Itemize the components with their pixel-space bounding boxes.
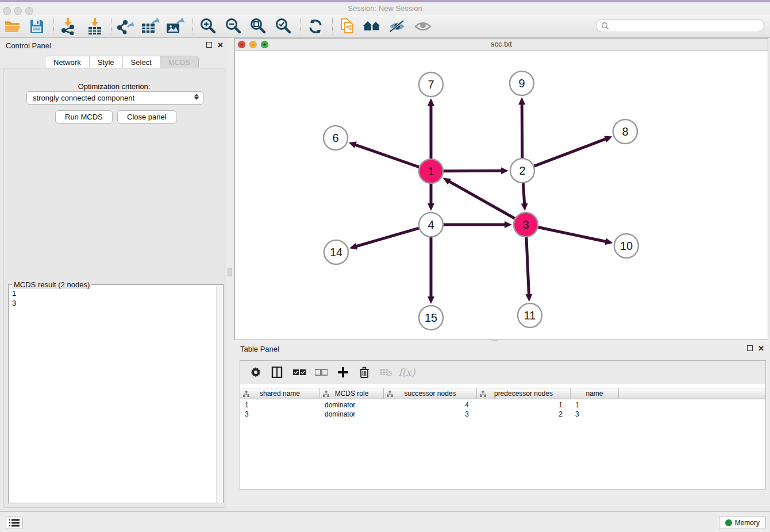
edge-1-2[interactable] xyxy=(444,171,502,171)
export-table-icon[interactable] xyxy=(141,18,160,35)
zoom-in-icon[interactable] xyxy=(198,18,218,35)
maximize-window-icon[interactable] xyxy=(25,7,33,15)
settings-gear-icon[interactable] xyxy=(247,364,265,381)
column-type-icon xyxy=(243,391,249,397)
column-label: successor nodes xyxy=(404,390,456,398)
column-header-predecessor-nodes[interactable]: predecessor nodes xyxy=(477,388,571,399)
close-panel-icon[interactable]: ✕ xyxy=(217,42,224,48)
edge-2-8[interactable] xyxy=(534,138,607,166)
edge-arrowhead xyxy=(605,238,613,245)
column-type-icon xyxy=(480,391,486,397)
table-cell: dominator xyxy=(320,410,384,419)
tab-select[interactable]: Select xyxy=(122,56,160,68)
table-panel: Table Panel ✕ xyxy=(234,341,770,511)
zoom-fit-icon[interactable] xyxy=(248,18,268,35)
edge-arrowhead xyxy=(428,296,434,304)
column-type-icon xyxy=(387,391,393,397)
edge-4-14[interactable] xyxy=(356,228,419,246)
home-view-icon[interactable] xyxy=(363,18,382,35)
delete-table-icon xyxy=(377,364,395,381)
zoom-network-icon[interactable]: + xyxy=(261,41,268,48)
zoom-selected-icon[interactable] xyxy=(274,18,293,35)
float-table-panel-icon[interactable] xyxy=(747,345,753,351)
edge-3-10[interactable] xyxy=(538,228,607,242)
tab-mcds[interactable]: MCDS xyxy=(160,56,198,68)
optimization-dropdown[interactable]: strongly connected component xyxy=(26,91,203,105)
node-label-9: 9 xyxy=(518,77,525,90)
import-network-icon[interactable] xyxy=(58,18,78,35)
edge-arrowhead xyxy=(505,221,512,228)
column-visibility-icon[interactable] xyxy=(268,364,286,381)
list-menu-icon xyxy=(9,519,20,527)
save-session-icon[interactable] xyxy=(27,18,47,35)
delete-column-icon[interactable] xyxy=(355,364,374,381)
column-header-shared-name[interactable]: shared name xyxy=(240,388,320,399)
mcds-result-lines: 13 xyxy=(12,288,16,308)
table-row[interactable]: 3dominator323 xyxy=(240,410,765,419)
toolbar-separator xyxy=(301,18,301,34)
column-header-name[interactable]: name xyxy=(571,388,619,399)
column-label: predecessor nodes xyxy=(494,390,553,398)
hide-selected-icon[interactable] xyxy=(387,18,407,35)
edge-2-9[interactable] xyxy=(522,103,522,158)
edge-1-6[interactable] xyxy=(355,145,419,167)
memory-button[interactable]: Memory xyxy=(719,516,766,529)
column-header-successor-nodes[interactable]: successor nodes xyxy=(384,388,477,399)
export-image-icon[interactable] xyxy=(165,18,185,35)
memory-label: Memory xyxy=(735,519,760,527)
column-header-MCDS-role[interactable]: MCDS role xyxy=(320,388,384,399)
network-window-titlebar[interactable]: × − + scc.txt xyxy=(235,38,768,51)
search-input[interactable] xyxy=(596,19,764,32)
export-network-icon[interactable] xyxy=(116,18,135,35)
task-menu-button[interactable] xyxy=(6,516,23,529)
edge-3-1[interactable] xyxy=(448,181,514,218)
table-row[interactable]: 1dominator411 xyxy=(240,400,765,410)
memory-status-icon xyxy=(725,519,732,526)
network-canvas[interactable]: 7968124314101511 xyxy=(235,51,768,340)
app-titlebar: Session: New Session xyxy=(0,2,770,15)
close-panel-button[interactable]: Close panel xyxy=(117,110,176,124)
table-header-row: shared nameMCDS rolesuccessor nodesprede… xyxy=(240,388,765,399)
control-panel-header: Control Panel ✕ xyxy=(0,38,228,54)
result-line: 3 xyxy=(12,298,16,308)
column-type-icon xyxy=(323,391,329,397)
run-mcds-button[interactable]: Run MCDS xyxy=(55,110,113,124)
edge-arrowhead xyxy=(525,294,532,302)
close-table-panel-icon[interactable]: ✕ xyxy=(758,345,764,352)
edge-arrowhead xyxy=(518,97,525,105)
close-network-icon[interactable]: × xyxy=(238,41,245,48)
minimize-network-icon[interactable]: − xyxy=(249,41,257,48)
table-cell: 3 xyxy=(240,410,320,419)
select-all-rows-icon[interactable] xyxy=(290,364,309,381)
tab-network[interactable]: Network xyxy=(45,56,89,68)
refresh-layout-icon[interactable] xyxy=(306,18,325,35)
show-all-icon[interactable] xyxy=(413,18,433,35)
network-window-title: scc.txt xyxy=(235,38,768,50)
float-panel-icon[interactable] xyxy=(206,42,212,48)
table-cell: 1 xyxy=(240,400,320,410)
tab-style[interactable]: Style xyxy=(89,56,122,68)
mcds-panel: Optimization criterion: strongly connect… xyxy=(3,68,225,508)
edge-3-11[interactable] xyxy=(526,237,529,295)
node-label-10: 10 xyxy=(620,240,633,252)
column-header-filler xyxy=(619,388,765,399)
import-table-icon[interactable] xyxy=(85,18,105,35)
close-window-icon[interactable] xyxy=(3,7,11,15)
result-scrollbar[interactable] xyxy=(216,286,222,503)
add-column-icon[interactable] xyxy=(334,364,352,381)
splitter-handle-vertical[interactable] xyxy=(228,268,232,276)
edge-arrowhead xyxy=(501,167,509,174)
edge-2-3[interactable] xyxy=(523,183,524,205)
optimization-label: Optimization criterion: xyxy=(3,82,225,91)
open-session-icon[interactable] xyxy=(3,18,22,35)
edge-arrowhead xyxy=(428,203,434,211)
minimize-window-icon[interactable] xyxy=(14,7,22,15)
node-label-1: 1 xyxy=(428,165,434,178)
table-cell: 1 xyxy=(571,400,619,410)
toolbar-separator xyxy=(111,18,111,34)
mcds-app-icon[interactable] xyxy=(338,18,357,35)
node-label-2: 2 xyxy=(519,164,525,177)
zoom-out-icon[interactable] xyxy=(224,18,243,35)
deselect-all-rows-icon[interactable] xyxy=(312,364,330,381)
node-label-6: 6 xyxy=(332,132,338,144)
